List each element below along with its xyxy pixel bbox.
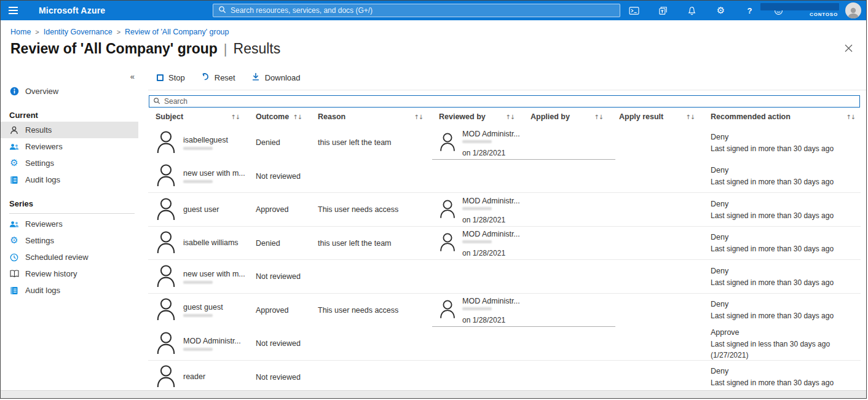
sidebar-item-reviewers[interactable]: Reviewers (1, 216, 138, 232)
breadcrumb-home[interactable]: Home (10, 28, 31, 36)
sort-icon[interactable]: ↑↓ (414, 114, 423, 120)
sort-icon[interactable]: ↑↓ (293, 114, 302, 120)
cell-subject: MOD Administr... (156, 331, 256, 356)
sort-icon[interactable]: ↑↓ (231, 114, 240, 120)
table-row[interactable]: new user with m...Not reviewedDenyLast s… (148, 260, 866, 294)
recommended-action: Deny (711, 165, 860, 176)
cell-subject: guest guest (156, 297, 256, 323)
sidebar-item-audit-logs[interactable]: Audit logs (1, 171, 138, 188)
settings-icon[interactable]: ⚙ (716, 6, 726, 16)
table-row[interactable]: MOD Administr...Not reviewedApproveLast … (148, 327, 866, 361)
subject-name: reader (183, 372, 205, 382)
breadcrumb-review-group[interactable]: Review of 'All Company' group (125, 28, 229, 36)
subject-name: guest user (183, 205, 219, 214)
recommended-action: Deny (711, 299, 860, 310)
reset-icon (201, 73, 210, 83)
subject-name: isabelleguest (183, 136, 228, 145)
gear-icon: ⚙ (9, 159, 19, 168)
user-avatar-icon (156, 297, 176, 323)
top-bar: Microsoft Azure Search resources, servic… (1, 1, 866, 20)
column-header-apply-result[interactable]: Apply result↑↓ (619, 112, 711, 121)
sidebar-item-label: Audit logs (25, 175, 60, 184)
reset-button[interactable]: Reset (201, 73, 235, 83)
column-header-reviewed-by[interactable]: Reviewed by↑↓ (439, 112, 531, 121)
column-header-outcome[interactable]: Outcome↑↓ (256, 112, 318, 121)
breadcrumb-identity-governance[interactable]: Identity Governance (44, 28, 112, 36)
table-row[interactable]: guest userApprovedThis user needs access… (148, 193, 866, 227)
stop-button[interactable]: Stop (157, 73, 185, 82)
sidebar-item-overview[interactable]: Overview (1, 83, 138, 100)
redacted-user-info (760, 3, 839, 10)
cell-reason: this user left the team (318, 239, 439, 248)
brand-title[interactable]: Microsoft Azure (39, 6, 105, 15)
cell-recommended-action: DenyLast signed in more than 30 days ago (711, 299, 866, 321)
table-row[interactable]: readerNot reviewedDenyLast signed in mor… (148, 361, 866, 394)
cell-recommended-action: DenyLast signed in more than 30 days ago (711, 198, 866, 221)
table-row[interactable]: isabelleguestDeniedthis user left the te… (148, 126, 866, 160)
column-header-recommended-action[interactable]: Recommended action↑↓ (711, 112, 860, 121)
notifications-icon[interactable] (687, 6, 697, 16)
column-header-subject[interactable]: Subject↑↓ (156, 112, 256, 121)
reviewer-text: MOD Administr...on 1/28/2021 (462, 195, 520, 224)
help-icon[interactable]: ? (744, 6, 755, 16)
directory-filter-icon[interactable] (658, 6, 668, 16)
sidebar-item-results[interactable]: Results (1, 122, 138, 138)
tenant-name: CONTOSO (810, 12, 838, 17)
cell-subject: reader (156, 364, 256, 390)
subject-name: new user with m... (183, 169, 245, 178)
column-header-label: Reviewed by (439, 112, 486, 121)
results-search-placeholder: Search (164, 97, 187, 106)
download-button[interactable]: Download (251, 73, 301, 83)
redacted-text (183, 281, 213, 284)
cell-subject: guest user (156, 197, 256, 222)
sidebar-item-label: Reviewers (25, 219, 63, 229)
table-row[interactable]: isabelle williamsDeniedthis user left th… (148, 227, 866, 261)
sidebar-item-settings[interactable]: ⚙Settings (1, 232, 138, 249)
recommended-action: Deny (711, 265, 860, 277)
sort-icon[interactable]: ↑↓ (846, 114, 855, 120)
cell-recommended-action: DenyLast signed in more than 30 days ago (711, 366, 866, 388)
subject-name: new user with m... (183, 270, 245, 279)
cloud-shell-icon[interactable] (629, 6, 639, 16)
sort-icon[interactable]: ↑↓ (685, 114, 695, 120)
redacted-text (183, 348, 213, 351)
close-icon[interactable] (843, 42, 854, 53)
column-header-reason[interactable]: Reason↑↓ (318, 112, 439, 121)
reviewer-name: MOD Administr... (462, 230, 520, 238)
table-row[interactable]: new user with m...Not reviewedDenyLast s… (148, 160, 866, 194)
cell-recommended-action: DenyLast signed in more than 30 days ago (711, 165, 866, 187)
sidebar-item-scheduled-review[interactable]: Scheduled review (1, 249, 138, 265)
results-search-input[interactable]: Search (149, 95, 860, 108)
log-icon (9, 175, 19, 185)
table-header-row: Subject↑↓Outcome↑↓Reason↑↓Reviewed by↑↓A… (148, 108, 860, 126)
sort-icon[interactable]: ↑↓ (505, 114, 515, 120)
subject-name-wrap: new user with m... (183, 169, 245, 183)
cell-reviewed-by: MOD Administr...on 1/28/2021 (439, 195, 531, 224)
cell-reviewed-by: MOD Administr...on 1/28/2021 (439, 229, 531, 257)
cell-subject: isabelleguest (156, 130, 256, 155)
sidebar-item-settings[interactable]: ⚙Settings (1, 155, 138, 171)
account-avatar[interactable] (845, 2, 861, 18)
breadcrumb-separator: > (35, 28, 39, 36)
recommended-action: Deny (711, 198, 860, 210)
reviewer-text: MOD Administr...on 1/28/2021 (462, 128, 520, 157)
sort-icon[interactable]: ↑↓ (594, 114, 603, 120)
cell-outcome: Denied (256, 239, 318, 248)
column-header-label: Applied by (531, 112, 570, 121)
column-header-applied-by[interactable]: Applied by↑↓ (531, 112, 619, 121)
user-avatar-icon (156, 163, 176, 189)
table-row[interactable]: guest guestApprovedThis user needs acces… (148, 294, 866, 327)
hamburger-menu-icon[interactable] (1, 1, 25, 20)
subject-name: guest guest (183, 303, 223, 312)
stop-icon (157, 74, 164, 81)
azure-portal-window: Microsoft Azure Search resources, servic… (0, 0, 867, 399)
reviewer: MOD Administr...on 1/28/2021 (439, 229, 524, 257)
sidebar-item-review-history[interactable]: Review history (1, 265, 138, 282)
collapse-sidebar-icon[interactable]: « (130, 72, 135, 81)
command-bar: Stop Reset Download (148, 69, 866, 85)
sidebar-item-audit-logs[interactable]: Audit logs (1, 282, 138, 299)
global-search-input[interactable]: Search resources, services, and docs (G+… (213, 4, 620, 17)
reviewer-text: MOD Administr...on 1/28/2021 (462, 296, 520, 324)
user-avatar-icon (156, 331, 176, 356)
sidebar-item-reviewers[interactable]: Reviewers (1, 138, 138, 155)
